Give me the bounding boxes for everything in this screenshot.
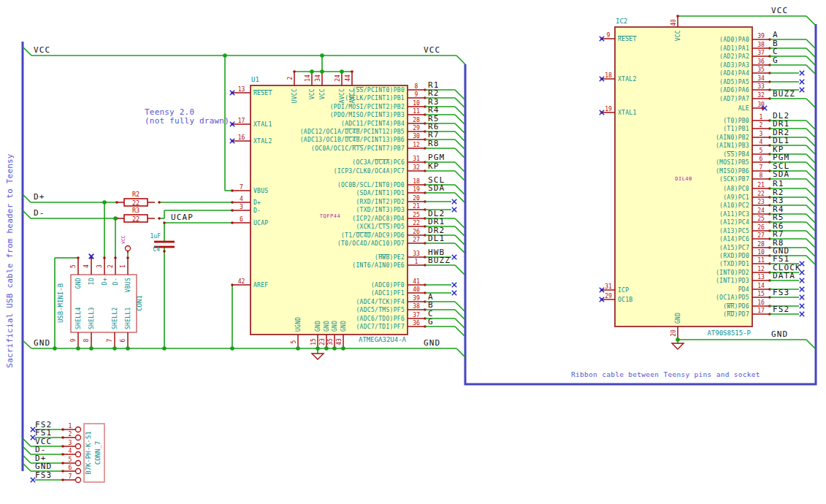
bus-entry (806, 99, 815, 107)
pin-name: (AD3)PA3 (719, 62, 749, 69)
net-label-G[interactable]: G (773, 56, 779, 65)
pin-number: 14 (757, 283, 765, 289)
schematic-canvas[interactable]: Teensy 2.0(not fully drawn)Ribbon cable … (0, 0, 826, 504)
reference-designator: R2 (132, 191, 139, 198)
component-U1[interactable]: U1ATMEGA32U4-ATQFP4413RESET17XTAL116XTAL… (230, 70, 464, 348)
pin-name: PD4 (738, 286, 749, 293)
component-CONN_7[interactable]: CONN_7B7K-PH-K-S11234567 (63, 423, 104, 483)
pin-name: (TXD)PD1 (719, 261, 749, 267)
pin-name: ICP (618, 287, 629, 294)
bus-entry (806, 188, 815, 197)
pin-number: 43 (336, 338, 343, 345)
bus-entry (455, 310, 464, 319)
net-label-FS3[interactable]: FS3 (35, 470, 52, 480)
pin-number: 9 (70, 338, 77, 342)
pin-end-dot (115, 201, 118, 204)
pin-name: (T1/OC4D/ADC9)PD6 (341, 232, 405, 239)
pin-number: 24 (757, 207, 765, 214)
pin-number: 39 (413, 295, 420, 302)
pin-name: (RD)PD7 (723, 311, 749, 318)
net-label-KP[interactable]: KP (428, 161, 439, 171)
pin-name: (OC3A/OC4A)PC6 (352, 159, 405, 166)
vcc-power-icon (126, 246, 131, 251)
bus-entry (455, 123, 464, 133)
pin-name: SHELL1 (125, 307, 131, 329)
pin-name: (INT1)PD3 (716, 278, 749, 284)
pin-name: (ADC1)PF1 (371, 290, 405, 297)
net-label-SDA[interactable]: SDA (428, 183, 445, 193)
pin-name: (OC0A/OC1C/RTS/PCINT7)PB7 (311, 145, 405, 152)
net-label-BUZZ[interactable]: BUZZ (428, 256, 451, 265)
net-label-VCC[interactable]: VCC (771, 6, 788, 15)
pin-number: 40 (670, 19, 677, 26)
pin-name: D- (112, 278, 119, 285)
pin-name: (RXD)PD0 (719, 253, 749, 259)
pin-name: (A11)PC3 (719, 211, 749, 218)
junction-dot (113, 216, 118, 221)
pin-name: D+ (253, 199, 261, 206)
pin-name: (SCK)PB7 (719, 176, 749, 183)
pin-name: SHELL2 (112, 307, 118, 329)
junction-dot (340, 69, 344, 74)
net-label-FS2[interactable]: FS2 (773, 305, 789, 314)
pin-number: 31 (413, 156, 420, 162)
pin-number: 19 (605, 106, 612, 112)
pin-name: (SDA/INT1)PD1 (356, 190, 405, 196)
pin-name: (MISO)PB6 (716, 168, 749, 175)
net-label-VCC[interactable]: VCC (34, 45, 50, 55)
pin-number: 2 (287, 76, 294, 80)
component-IC2[interactable]: IC2AT90S8515-PDIL409RESET18XTAL219XTAL13… (600, 15, 815, 340)
pin-number: 18 (605, 72, 612, 79)
bus-entry (455, 107, 464, 116)
component-C4[interactable]: 1uFC4 (150, 233, 175, 253)
pin-number: 5 (760, 148, 763, 154)
pin-name: (RXD/INT2)PD2 (356, 199, 405, 205)
pin-number: 14 (305, 75, 311, 82)
net-label-D+[interactable]: D+ (34, 192, 45, 202)
junction-dot (320, 69, 324, 74)
wire (23, 455, 31, 463)
pin-number: 31 (605, 283, 612, 290)
net-label-SDA[interactable]: SDA (773, 169, 789, 179)
pin-name: GND (324, 321, 330, 332)
net-label-GND[interactable]: GND (771, 329, 788, 339)
component-CON1[interactable]: CON1USB-MINI-B5GND4ID3D+2D-1VBUS9SHELL48… (57, 254, 143, 348)
net-label-BUZZ[interactable]: BUZZ (773, 89, 795, 99)
pin-number: 1 (69, 423, 72, 429)
pin-number: 7 (107, 338, 113, 342)
bus-entry (806, 231, 815, 240)
pin-name: VBUS (125, 278, 131, 292)
net-label-D-[interactable]: D- (34, 208, 45, 218)
wire (23, 210, 31, 218)
pin-number: 22 (757, 191, 765, 197)
net-label-G[interactable]: G (428, 317, 434, 327)
pin-name: (A12)PC4 (719, 219, 749, 226)
wire (23, 194, 31, 202)
pin-name: GND (340, 321, 347, 332)
net-label-UCAP[interactable]: UCAP (171, 213, 194, 222)
net-label-GND[interactable]: GND (424, 338, 440, 348)
net-label-DATA[interactable]: DATA (773, 271, 795, 280)
pin-number: 8 (83, 338, 90, 342)
pin-end-dot (126, 256, 129, 259)
pin-name: (AD0)PA0 (719, 37, 749, 43)
net-label-R8[interactable]: R8 (428, 139, 439, 148)
net-label-FS3[interactable]: FS3 (773, 288, 789, 297)
bus-entry (806, 162, 815, 171)
pin-end-dot (163, 221, 166, 224)
pin-number: 33 (413, 251, 420, 257)
bus-entry (806, 137, 815, 146)
bus-entry (455, 90, 464, 99)
pin-end-dot (231, 221, 234, 224)
net-label-GND[interactable]: GND (34, 338, 50, 348)
pin-name: XTAL2 (618, 76, 637, 83)
pin-name: GND (315, 321, 321, 332)
net-label-VCC[interactable]: VCC (424, 45, 440, 55)
net-label-DL1[interactable]: DL1 (428, 234, 445, 243)
component-R3[interactable]: R322 (117, 207, 155, 223)
pin-name: (A8)PC0 (723, 186, 749, 192)
pin-name: (AD1)PA1 (719, 45, 749, 52)
bus-entry (455, 140, 464, 149)
pin-number: 6 (120, 338, 126, 342)
component-R2[interactable]: R222 (117, 191, 155, 207)
